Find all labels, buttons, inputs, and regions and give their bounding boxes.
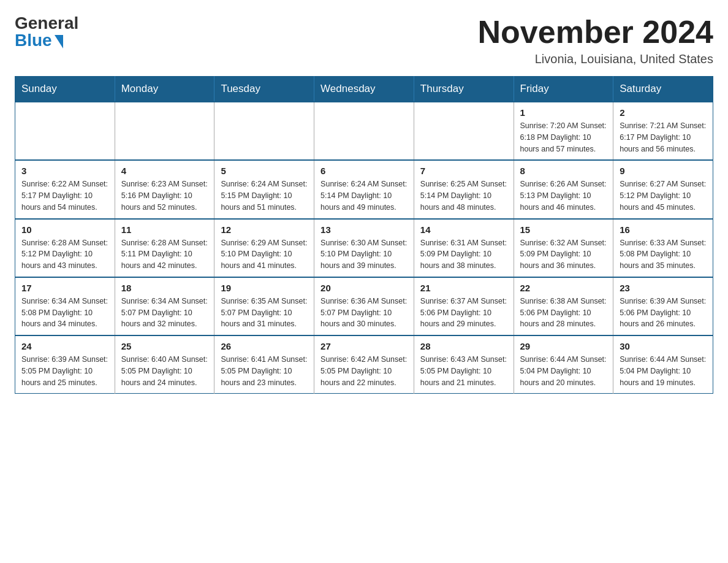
day-info: Sunrise: 6:26 AM Sunset: 5:13 PM Dayligh… bbox=[520, 178, 607, 213]
calendar-cell: 8Sunrise: 6:26 AM Sunset: 5:13 PM Daylig… bbox=[514, 160, 613, 218]
day-number: 12 bbox=[221, 224, 308, 235]
calendar-cell: 23Sunrise: 6:39 AM Sunset: 5:06 PM Dayli… bbox=[613, 277, 713, 335]
day-info: Sunrise: 6:33 AM Sunset: 5:08 PM Dayligh… bbox=[620, 237, 707, 272]
day-number: 30 bbox=[620, 341, 707, 351]
day-info: Sunrise: 6:36 AM Sunset: 5:07 PM Dayligh… bbox=[320, 296, 408, 330]
calendar-table: SundayMondayTuesdayWednesdayThursdayFrid… bbox=[15, 76, 713, 394]
day-number: 18 bbox=[121, 283, 208, 293]
day-info: Sunrise: 6:25 AM Sunset: 5:14 PM Dayligh… bbox=[420, 178, 507, 213]
day-number: 3 bbox=[21, 166, 108, 176]
calendar-week-row: 1Sunrise: 7:20 AM Sunset: 6:18 PM Daylig… bbox=[15, 102, 713, 160]
day-number: 2 bbox=[620, 107, 707, 118]
day-number: 24 bbox=[21, 341, 108, 351]
day-number: 23 bbox=[620, 283, 707, 293]
calendar-cell bbox=[414, 102, 514, 160]
calendar-cell: 30Sunrise: 6:44 AM Sunset: 5:04 PM Dayli… bbox=[613, 335, 713, 394]
calendar-cell: 3Sunrise: 6:22 AM Sunset: 5:17 PM Daylig… bbox=[15, 160, 115, 218]
calendar-cell bbox=[15, 102, 115, 160]
day-info: Sunrise: 6:39 AM Sunset: 5:05 PM Dayligh… bbox=[21, 354, 108, 388]
day-info: Sunrise: 6:24 AM Sunset: 5:15 PM Dayligh… bbox=[221, 178, 308, 213]
calendar-cell: 6Sunrise: 6:24 AM Sunset: 5:14 PM Daylig… bbox=[314, 160, 414, 218]
calendar-week-row: 17Sunrise: 6:34 AM Sunset: 5:08 PM Dayli… bbox=[15, 277, 713, 335]
day-number: 19 bbox=[221, 283, 308, 293]
logo-general-text: General bbox=[15, 15, 78, 32]
calendar-cell: 20Sunrise: 6:36 AM Sunset: 5:07 PM Dayli… bbox=[314, 277, 414, 335]
day-number: 1 bbox=[520, 107, 607, 118]
calendar-cell: 5Sunrise: 6:24 AM Sunset: 5:15 PM Daylig… bbox=[214, 160, 314, 218]
calendar-cell: 27Sunrise: 6:42 AM Sunset: 5:05 PM Dayli… bbox=[314, 335, 414, 394]
day-number: 10 bbox=[21, 224, 108, 235]
logo-triangle-icon bbox=[55, 35, 63, 48]
day-info: Sunrise: 6:27 AM Sunset: 5:12 PM Dayligh… bbox=[620, 178, 707, 213]
day-number: 21 bbox=[420, 283, 507, 293]
day-info: Sunrise: 6:38 AM Sunset: 5:06 PM Dayligh… bbox=[520, 296, 607, 330]
calendar-week-row: 24Sunrise: 6:39 AM Sunset: 5:05 PM Dayli… bbox=[15, 335, 713, 394]
calendar-cell: 2Sunrise: 7:21 AM Sunset: 6:17 PM Daylig… bbox=[613, 102, 713, 160]
calendar-cell bbox=[314, 102, 414, 160]
day-info: Sunrise: 6:44 AM Sunset: 5:04 PM Dayligh… bbox=[520, 354, 607, 388]
day-number: 13 bbox=[320, 224, 408, 235]
day-number: 14 bbox=[420, 224, 507, 235]
day-info: Sunrise: 7:20 AM Sunset: 6:18 PM Dayligh… bbox=[520, 120, 607, 155]
calendar-cell: 4Sunrise: 6:23 AM Sunset: 5:16 PM Daylig… bbox=[115, 160, 214, 218]
calendar-cell bbox=[214, 102, 314, 160]
day-info: Sunrise: 6:40 AM Sunset: 5:05 PM Dayligh… bbox=[121, 354, 208, 388]
day-number: 17 bbox=[21, 283, 108, 293]
day-info: Sunrise: 6:32 AM Sunset: 5:09 PM Dayligh… bbox=[520, 237, 607, 272]
calendar-cell: 17Sunrise: 6:34 AM Sunset: 5:08 PM Dayli… bbox=[15, 277, 115, 335]
day-number: 11 bbox=[121, 224, 208, 235]
calendar-header: SundayMondayTuesdayWednesdayThursdayFrid… bbox=[15, 77, 713, 102]
day-info: Sunrise: 6:34 AM Sunset: 5:08 PM Dayligh… bbox=[21, 296, 108, 330]
calendar-cell: 21Sunrise: 6:37 AM Sunset: 5:06 PM Dayli… bbox=[414, 277, 514, 335]
calendar-body: 1Sunrise: 7:20 AM Sunset: 6:18 PM Daylig… bbox=[15, 102, 713, 394]
calendar-cell: 11Sunrise: 6:28 AM Sunset: 5:11 PM Dayli… bbox=[115, 219, 214, 277]
calendar-cell: 10Sunrise: 6:28 AM Sunset: 5:12 PM Dayli… bbox=[15, 219, 115, 277]
day-number: 6 bbox=[320, 166, 408, 176]
page-header: General Blue November 2024 Livonia, Loui… bbox=[15, 15, 713, 66]
day-info: Sunrise: 6:24 AM Sunset: 5:14 PM Dayligh… bbox=[320, 178, 408, 213]
day-info: Sunrise: 6:28 AM Sunset: 5:12 PM Dayligh… bbox=[21, 237, 108, 272]
calendar-cell: 25Sunrise: 6:40 AM Sunset: 5:05 PM Dayli… bbox=[115, 335, 214, 394]
location-label: Livonia, Louisiana, United States bbox=[478, 52, 713, 66]
day-number: 15 bbox=[520, 224, 607, 235]
day-info: Sunrise: 6:28 AM Sunset: 5:11 PM Dayligh… bbox=[121, 237, 208, 272]
title-section: November 2024 Livonia, Louisiana, United… bbox=[478, 15, 713, 66]
weekday-header-sunday: Sunday bbox=[15, 77, 115, 102]
day-number: 27 bbox=[320, 341, 408, 351]
calendar-cell: 24Sunrise: 6:39 AM Sunset: 5:05 PM Dayli… bbox=[15, 335, 115, 394]
calendar-cell: 9Sunrise: 6:27 AM Sunset: 5:12 PM Daylig… bbox=[613, 160, 713, 218]
weekday-header-tuesday: Tuesday bbox=[214, 77, 314, 102]
calendar-cell: 7Sunrise: 6:25 AM Sunset: 5:14 PM Daylig… bbox=[414, 160, 514, 218]
calendar-cell: 12Sunrise: 6:29 AM Sunset: 5:10 PM Dayli… bbox=[214, 219, 314, 277]
day-number: 7 bbox=[420, 166, 507, 176]
day-info: Sunrise: 6:22 AM Sunset: 5:17 PM Dayligh… bbox=[21, 178, 108, 213]
calendar-cell bbox=[115, 102, 214, 160]
calendar-cell: 28Sunrise: 6:43 AM Sunset: 5:05 PM Dayli… bbox=[414, 335, 514, 394]
day-info: Sunrise: 6:31 AM Sunset: 5:09 PM Dayligh… bbox=[420, 237, 507, 272]
calendar-week-row: 3Sunrise: 6:22 AM Sunset: 5:17 PM Daylig… bbox=[15, 160, 713, 218]
day-info: Sunrise: 6:23 AM Sunset: 5:16 PM Dayligh… bbox=[121, 178, 208, 213]
weekday-header-thursday: Thursday bbox=[414, 77, 514, 102]
weekday-header-saturday: Saturday bbox=[613, 77, 713, 102]
weekday-header-wednesday: Wednesday bbox=[314, 77, 414, 102]
calendar-week-row: 10Sunrise: 6:28 AM Sunset: 5:12 PM Dayli… bbox=[15, 219, 713, 277]
day-info: Sunrise: 6:41 AM Sunset: 5:05 PM Dayligh… bbox=[221, 354, 308, 388]
day-info: Sunrise: 6:44 AM Sunset: 5:04 PM Dayligh… bbox=[620, 354, 707, 388]
day-info: Sunrise: 6:42 AM Sunset: 5:05 PM Dayligh… bbox=[320, 354, 408, 388]
day-info: Sunrise: 6:37 AM Sunset: 5:06 PM Dayligh… bbox=[420, 296, 507, 330]
calendar-cell: 13Sunrise: 6:30 AM Sunset: 5:10 PM Dayli… bbox=[314, 219, 414, 277]
weekday-header-friday: Friday bbox=[514, 77, 613, 102]
day-info: Sunrise: 6:30 AM Sunset: 5:10 PM Dayligh… bbox=[320, 237, 408, 272]
day-number: 16 bbox=[620, 224, 707, 235]
logo: General Blue bbox=[15, 15, 78, 49]
weekday-header-row: SundayMondayTuesdayWednesdayThursdayFrid… bbox=[15, 77, 713, 102]
day-number: 4 bbox=[121, 166, 208, 176]
calendar-cell: 22Sunrise: 6:38 AM Sunset: 5:06 PM Dayli… bbox=[514, 277, 613, 335]
day-number: 5 bbox=[221, 166, 308, 176]
day-info: Sunrise: 6:43 AM Sunset: 5:05 PM Dayligh… bbox=[420, 354, 507, 388]
calendar-cell: 18Sunrise: 6:34 AM Sunset: 5:07 PM Dayli… bbox=[115, 277, 214, 335]
day-info: Sunrise: 6:34 AM Sunset: 5:07 PM Dayligh… bbox=[121, 296, 208, 330]
day-info: Sunrise: 7:21 AM Sunset: 6:17 PM Dayligh… bbox=[620, 120, 707, 155]
day-number: 28 bbox=[420, 341, 507, 351]
logo-blue-text: Blue bbox=[15, 32, 63, 49]
